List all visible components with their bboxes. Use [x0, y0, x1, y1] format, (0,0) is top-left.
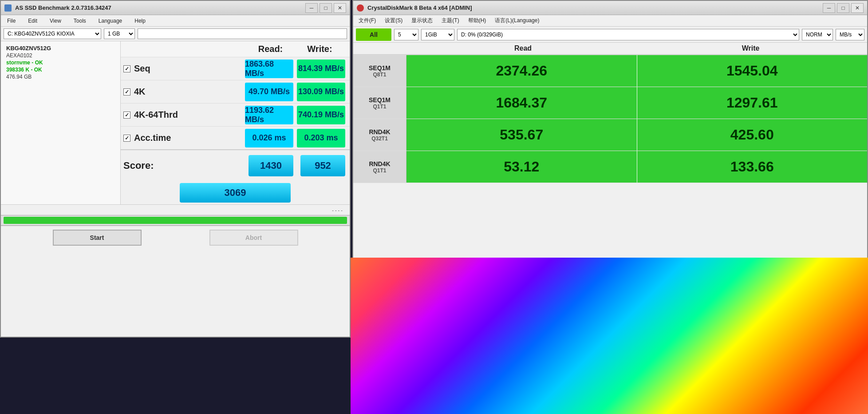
4k64-read-value: 1193.62 MB/s [245, 106, 293, 124]
score-label: Score: [123, 160, 243, 171]
crystal-row-rnd4k-q1t1: RND4K Q1T1 53.12 133.66 [353, 151, 867, 183]
drive-info-panel: KBG40ZNV512G AEXA0102 stornvme - OK 3983… [1, 41, 121, 204]
status-dots: - - - - [332, 207, 343, 213]
count-select[interactable]: 5 [394, 29, 418, 40]
crystal-read-seq1m-q8t1: 2374.26 [406, 55, 637, 87]
crystal-toolbar: All 5 1GiB D: 0% (0/329GiB) NORM MB/s [353, 27, 867, 43]
4k-checkbox[interactable]: ✓ [123, 88, 130, 96]
seq-write-value: 814.39 MB/s [297, 60, 345, 78]
as-ssd-toolbar: C: KBG40ZNV512G KIOXIA 1 GB [1, 27, 350, 41]
crystal-icon [357, 4, 364, 12]
crystal-menu-help[interactable]: 帮助(H) [466, 16, 488, 25]
menu-language[interactable]: Language [96, 17, 125, 25]
crystal-menu-file[interactable]: 文件(F) [357, 16, 378, 25]
start-button[interactable]: Start [53, 230, 142, 246]
crystal-row-rnd4k-q32t1: RND4K Q32T1 535.67 425.60 [353, 119, 867, 151]
unit-select[interactable]: MB/s [836, 29, 864, 40]
crystal-row-seq1m-q1t1: SEQ1M Q1T1 1684.37 1297.61 [353, 87, 867, 119]
maximize-button[interactable]: □ [320, 3, 332, 13]
crystal-title: CrystalDiskMark 8 Beta 4 x64 [ADMIN] [367, 4, 819, 11]
all-button[interactable]: All [356, 28, 391, 41]
4k64-write-value: 740.19 MB/s [297, 106, 345, 124]
score-total: 3069 [180, 183, 291, 203]
size-select[interactable]: 1 GB [104, 28, 135, 39]
crystal-drive-select[interactable]: D: 0% (0/329GiB) [457, 29, 799, 40]
crystal-row-seq1m-q8t1: SEQ1M Q8T1 2374.26 1545.04 [353, 55, 867, 87]
crystal-read-seq1m-q1t1: 1684.37 [406, 87, 637, 119]
wallpaper-background [351, 258, 868, 414]
norm-select[interactable]: NORM [802, 29, 833, 40]
bench-row-4k: ✓ 4K 49.70 MB/s 130.09 MB/s [121, 80, 350, 103]
crystal-menu-settings[interactable]: 设置(S) [383, 16, 404, 25]
window-controls: ─ □ ✕ [305, 3, 346, 13]
iops-status: 398336 K - OK [6, 67, 115, 73]
seq-checkbox[interactable]: ✓ [123, 65, 130, 72]
acctime-checkbox[interactable]: ✓ [123, 135, 130, 142]
crystal-label-header [356, 44, 409, 52]
crystal-maximize-button[interactable]: □ [837, 3, 849, 13]
menu-tools[interactable]: Tools [71, 17, 89, 25]
4k64-checkbox[interactable]: ✓ [123, 111, 130, 119]
as-ssd-window: AS SSD Benchmark 2.0.7316.34247 ─ □ ✕ Fi… [0, 0, 351, 338]
crystal-menu-language[interactable]: 语言(L)(Language) [493, 16, 541, 25]
menu-help[interactable]: Help [132, 17, 148, 25]
crystal-minimize-button[interactable]: ─ [823, 3, 835, 13]
drive-name: KBG40ZNV512G [6, 45, 115, 52]
score-total-row: 3069 [121, 181, 350, 204]
drive-model: AEXA0102 [6, 52, 115, 59]
crystal-write-seq1m-q1t1: 1297.61 [637, 87, 868, 119]
acctime-write-value: 0.203 ms [297, 129, 345, 147]
score-read: 1430 [249, 155, 293, 176]
crystal-read-rnd4k-q32t1: 535.67 [406, 119, 637, 151]
status-bar: - - - - [1, 204, 350, 215]
4k64-label: ✓ 4K-64Thrd [123, 110, 243, 120]
acctime-read-value: 0.026 ms [245, 129, 293, 147]
progress-bar [4, 217, 347, 224]
logo-box [138, 28, 347, 39]
as-ssd-panel: AS SSD Benchmark 2.0.7316.34247 ─ □ ✕ Fi… [0, 0, 351, 414]
bench-row-seq: ✓ Seq 1863.68 MB/s 814.39 MB/s [121, 57, 350, 80]
bench-row-4k64: ✓ 4K-64Thrd 1193.62 MB/s 740.19 MB/s [121, 103, 350, 126]
minimize-button[interactable]: ─ [305, 3, 318, 13]
read-header: Read: [246, 44, 295, 54]
crystal-write-header: Write [637, 44, 864, 52]
crystal-label-seq1m-q8t1: SEQ1M Q8T1 [353, 55, 406, 87]
progress-bar-container [1, 215, 350, 226]
drive-select[interactable]: C: KBG40ZNV512G KIOXIA [4, 28, 101, 39]
crystal-write-rnd4k-q1t1: 133.66 [637, 151, 868, 183]
menu-view[interactable]: View [47, 17, 64, 25]
bench-row-acctime: ✓ Acc.time 0.026 ms 0.203 ms [121, 126, 350, 149]
seq-label: ✓ Seq [123, 64, 243, 74]
crystal-write-rnd4k-q32t1: 425.60 [637, 119, 868, 151]
crystal-titlebar: CrystalDiskMark 8 Beta 4 x64 [ADMIN] ─ □… [353, 1, 867, 15]
drive-size: 476.94 GB [6, 74, 115, 80]
4k-label: ✓ 4K [123, 87, 243, 97]
crystal-label-seq1m-q1t1: SEQ1M Q1T1 [353, 87, 406, 119]
as-ssd-title: AS SSD Benchmark 2.0.7316.34247 [15, 4, 302, 11]
crystal-write-seq1m-q8t1: 1545.04 [637, 55, 868, 87]
benchmark-table: Read: Write: ✓ Seq 1863.68 MB/s 814.39 M… [121, 41, 350, 204]
crystal-label-rnd4k-q1t1: RND4K Q1T1 [353, 151, 406, 183]
menu-file[interactable]: File [4, 17, 18, 25]
4k-read-value: 49.70 MB/s [245, 83, 293, 101]
close-button[interactable]: ✕ [334, 3, 346, 13]
crystal-results-table: Read Write SEQ1M Q8T1 2374.26 1545.04 SE… [353, 43, 867, 195]
crystal-window-controls: ─ □ ✕ [823, 3, 864, 13]
crystal-label-rnd4k-q32t1: RND4K Q32T1 [353, 119, 406, 151]
menu-edit[interactable]: Edit [25, 17, 40, 25]
seq-read-value: 1863.68 MB/s [245, 60, 293, 78]
4k-write-value: 130.09 MB/s [297, 83, 345, 101]
crystal-header: Read Write [353, 43, 867, 55]
blocksize-select[interactable]: 1GiB [421, 29, 454, 40]
driver-status: stornvme - OK [6, 60, 115, 66]
crystal-footer [353, 183, 867, 195]
score-section: Score: 1430 952 [121, 149, 350, 181]
crystal-menu-theme[interactable]: 主题(T) [440, 16, 461, 25]
bench-header: Read: Write: [121, 41, 350, 57]
crystal-menu-display[interactable]: 显示状态 [410, 16, 434, 25]
score-write: 952 [300, 155, 345, 176]
crystal-panel: CrystalDiskMark 8 Beta 4 x64 [ADMIN] ─ □… [351, 0, 868, 414]
abort-button[interactable]: Abort [209, 230, 298, 246]
crystal-read-header: Read [409, 44, 637, 52]
crystal-close-button[interactable]: ✕ [851, 3, 864, 13]
